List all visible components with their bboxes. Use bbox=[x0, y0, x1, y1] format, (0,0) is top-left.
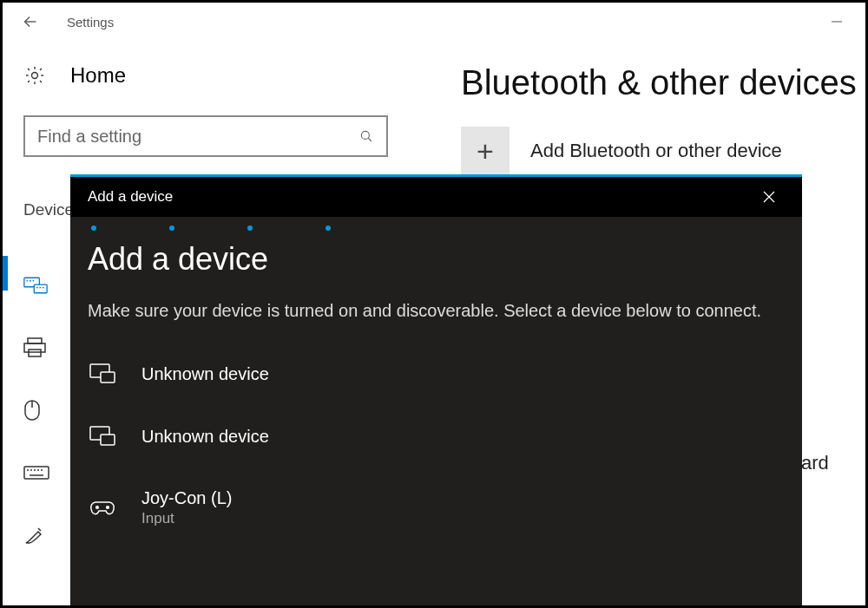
search-placeholder: Find a setting bbox=[37, 127, 358, 147]
svg-point-30 bbox=[107, 506, 109, 508]
svg-rect-29 bbox=[101, 435, 115, 445]
plus-icon: + bbox=[461, 127, 510, 175]
gear-icon bbox=[23, 64, 46, 87]
sidebar-item-bluetooth[interactable] bbox=[23, 254, 58, 317]
dialog-heading: Add a device bbox=[88, 241, 785, 278]
home-link[interactable]: Home bbox=[23, 63, 390, 88]
add-device-button[interactable]: + Add Bluetooth or other device bbox=[461, 127, 865, 175]
svg-rect-12 bbox=[28, 338, 42, 343]
svg-rect-27 bbox=[101, 372, 115, 382]
svg-rect-14 bbox=[29, 350, 41, 356]
loading-dots bbox=[70, 217, 802, 231]
add-device-label: Add Bluetooth or other device bbox=[530, 140, 782, 162]
device-row[interactable]: Joy-Con (L) Input bbox=[88, 473, 785, 553]
sidebar-item-mouse[interactable] bbox=[23, 379, 58, 441]
display-icon bbox=[88, 426, 117, 447]
device-row[interactable]: Unknown device bbox=[88, 348, 785, 410]
search-icon bbox=[358, 128, 374, 144]
search-input[interactable]: Find a setting bbox=[23, 115, 388, 157]
sidebar-icons bbox=[23, 254, 58, 566]
page-title: Bluetooth & other devices bbox=[461, 63, 865, 102]
sidebar-item-typing[interactable] bbox=[23, 441, 58, 504]
device-name: Unknown device bbox=[141, 364, 269, 384]
svg-rect-17 bbox=[24, 467, 49, 479]
svg-rect-13 bbox=[24, 343, 45, 352]
dialog-window-title: Add a device bbox=[88, 188, 173, 206]
device-name: Joy-Con (L) bbox=[141, 488, 232, 508]
sidebar-item-printers[interactable] bbox=[23, 317, 58, 379]
display-icon bbox=[88, 363, 117, 384]
add-device-dialog: Add a device Add a device Make sure your… bbox=[70, 174, 802, 608]
svg-point-31 bbox=[96, 506, 99, 508]
svg-rect-5 bbox=[34, 284, 47, 293]
svg-point-1 bbox=[32, 73, 38, 79]
dialog-titlebar: Add a device bbox=[70, 177, 802, 217]
main-content: Bluetooth & other devices + Add Bluetoot… bbox=[461, 63, 865, 175]
home-label: Home bbox=[70, 63, 126, 88]
sidebar-item-pen[interactable] bbox=[23, 504, 58, 566]
svg-line-3 bbox=[368, 138, 372, 141]
device-name: Unknown device bbox=[141, 427, 269, 447]
close-button[interactable] bbox=[753, 181, 785, 212]
window-title: Settings bbox=[67, 15, 114, 29]
titlebar: Settings bbox=[3, 3, 865, 41]
gamepad-icon bbox=[88, 499, 117, 518]
device-row[interactable]: Unknown device bbox=[88, 410, 785, 473]
minimize-button[interactable] bbox=[817, 3, 857, 41]
dialog-subtitle: Make sure your device is turned on and d… bbox=[88, 298, 785, 324]
active-indicator bbox=[3, 256, 8, 291]
back-arrow-icon[interactable] bbox=[11, 3, 49, 41]
svg-point-2 bbox=[361, 131, 369, 139]
partial-text: ard bbox=[801, 452, 829, 474]
device-subtype: Input bbox=[141, 510, 232, 527]
